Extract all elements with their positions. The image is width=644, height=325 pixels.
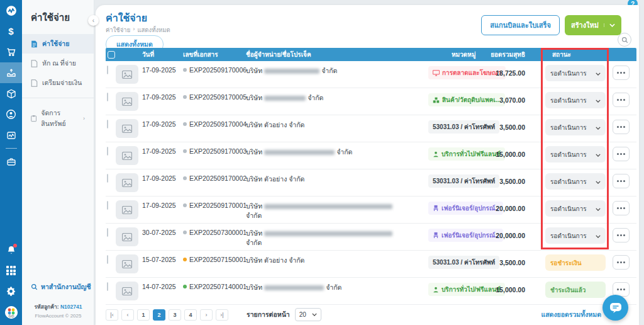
receipt-thumbnail[interactable] <box>116 146 138 165</box>
select-all-checkbox[interactable] <box>108 51 115 59</box>
more-actions-button[interactable] <box>613 228 630 242</box>
doc-number[interactable]: EXP202507300001 <box>189 229 247 236</box>
pagination-last-button[interactable]: ›| <box>216 309 228 321</box>
status-dropdown[interactable]: รอดำเนินการ <box>545 227 606 244</box>
settings-gear-icon[interactable] <box>0 281 22 302</box>
col-category: หมวดหมู่ <box>428 51 475 58</box>
row-checkbox[interactable] <box>107 255 108 264</box>
more-actions-button[interactable] <box>613 255 630 270</box>
pagination-first-button[interactable]: |‹ <box>106 309 118 321</box>
expense-table: วันที่ เลขที่เอกสาร ชื่อผู้จำหน่าย/ชื่อโ… <box>106 48 636 305</box>
pagination-page-4[interactable]: 4 <box>184 309 197 321</box>
doc-number[interactable]: EXP202509170003 <box>189 147 247 155</box>
pagination-next-button[interactable]: › <box>200 309 213 321</box>
receipt-thumbnail[interactable] <box>116 227 138 246</box>
find-accountant-link[interactable]: หาสำนักงานบัญชี <box>22 282 94 292</box>
image-icon <box>122 233 132 241</box>
per-page-select[interactable]: 20 <box>295 308 321 321</box>
sidebar-item-asset-management[interactable]: จัดการสินทรัพย์ › <box>22 103 94 134</box>
receipt-thumbnail[interactable] <box>116 200 138 219</box>
receipt-thumbnail[interactable] <box>116 282 138 300</box>
expense-date: 14-07-2025 <box>142 283 179 290</box>
create-new-button[interactable]: สร้างใหม่ <box>565 15 621 35</box>
more-actions-button[interactable] <box>613 174 630 188</box>
row-checkbox[interactable] <box>107 282 108 291</box>
status-dot <box>183 68 187 72</box>
chevron-down-icon <box>596 232 601 239</box>
amount: 20,000.00 <box>496 205 525 212</box>
row-checkbox[interactable] <box>107 66 108 74</box>
doc-number[interactable]: EXP202507140001 <box>189 283 247 290</box>
row-checkbox[interactable] <box>107 93 108 101</box>
status-dropdown[interactable]: รอดำเนินการ <box>545 200 606 217</box>
pagination-prev-button[interactable]: ‹ <box>121 309 134 321</box>
status-dot <box>183 231 187 234</box>
show-totals-link[interactable]: แสดงยอดรวมทั้งหมด <box>541 309 601 320</box>
status-dropdown[interactable]: รอดำเนินการ <box>545 173 606 190</box>
breadcrumb-root[interactable]: ค่าใช้จ่าย <box>106 25 130 35</box>
reports-icon[interactable] <box>0 125 22 145</box>
more-actions-button[interactable] <box>613 120 630 134</box>
col-vendor: ชื่อผู้จำหน่าย/ชื่อโปรเจ็ค <box>246 50 428 59</box>
sales-icon[interactable]: $ <box>0 21 22 42</box>
doc-number[interactable]: EXP202509170004 <box>189 120 247 128</box>
scan-bill-button[interactable]: สแกนบิลและใบเสร็จ <box>481 15 560 35</box>
chat-support-button[interactable] <box>602 295 628 321</box>
sidebar-item-prepare-payment[interactable]: เตรียมจ่ายเงิน <box>22 73 94 93</box>
image-icon <box>122 179 132 187</box>
redacted-text <box>264 96 306 101</box>
payroll-briefcase-icon[interactable] <box>0 151 22 172</box>
doc-number[interactable]: EXP202509170001 <box>189 202 247 209</box>
doc-number[interactable]: EXP202509170002 <box>189 174 247 182</box>
sidebar-item-withholding[interactable]: หัก ณ ที่จ่าย <box>22 54 94 73</box>
image-icon <box>122 260 132 268</box>
search-button[interactable] <box>618 33 631 47</box>
receipt-thumbnail[interactable] <box>116 173 138 192</box>
doc-number[interactable]: EXP202509170005 <box>189 93 247 101</box>
doc-number[interactable]: EXP202509170006 <box>189 66 247 74</box>
row-checkbox[interactable] <box>107 120 108 128</box>
row-checkbox[interactable] <box>107 147 108 156</box>
products-box-icon[interactable] <box>0 83 22 104</box>
vendor-name: บริษัทจำกัด <box>246 202 428 220</box>
vendor-name: บริษัทจำกัด <box>246 93 428 103</box>
sidebar-item-expenses[interactable]: ค่าใช้จ่าย <box>22 34 94 54</box>
row-checkbox[interactable] <box>107 201 108 210</box>
receipt-thumbnail[interactable] <box>116 119 138 138</box>
flowaccount-logo-icon[interactable] <box>0 0 22 21</box>
status-dropdown[interactable]: รอดำเนินการ <box>545 65 606 81</box>
document-icon <box>31 60 38 67</box>
expenses-icon[interactable] <box>0 62 22 83</box>
apps-grid-icon[interactable] <box>0 260 22 281</box>
pagination-page-3[interactable]: 3 <box>169 309 181 321</box>
more-actions-button[interactable] <box>613 66 630 80</box>
pagination-page-2-active[interactable]: 2 <box>153 309 165 321</box>
row-checkbox[interactable] <box>107 174 108 183</box>
image-icon <box>122 98 132 106</box>
svg-text:GD: GD <box>8 314 14 318</box>
more-actions-button[interactable] <box>613 147 630 161</box>
table-header: วันที่ เลขที่เอกสาร ชื่อผู้จำหน่าย/ชื่อโ… <box>106 48 636 61</box>
contacts-icon[interactable] <box>0 104 22 125</box>
row-checkbox[interactable] <box>107 228 108 237</box>
status-dropdown[interactable]: รอดำเนินการ <box>545 92 606 108</box>
table-row: 17-09-2025 EXP202509170001 บริษัทจำกัด เ… <box>106 197 636 224</box>
receipt-thumbnail[interactable] <box>116 92 138 111</box>
more-actions-button[interactable] <box>613 201 630 215</box>
status-dot <box>183 122 187 126</box>
sidebar-collapse-button[interactable]: ‹ <box>88 15 99 26</box>
purchases-cart-icon[interactable] <box>0 42 22 62</box>
pagination-page-1[interactable]: 1 <box>137 309 150 321</box>
receipt-thumbnail[interactable] <box>116 254 138 273</box>
rd-go-logo-icon[interactable]: GD <box>0 302 22 322</box>
table-row: 17-09-2025 EXP202509170002 บริษัท ตัวอย่… <box>106 169 636 197</box>
status-dropdown[interactable]: รอดำเนินการ <box>545 146 606 162</box>
image-icon <box>122 206 132 214</box>
more-actions-button[interactable] <box>613 93 630 107</box>
image-icon <box>122 125 132 133</box>
doc-number[interactable]: EXP202507150001 <box>189 256 247 263</box>
status-dropdown[interactable]: รอดำเนินการ <box>545 119 606 135</box>
notifications-bell-icon[interactable] <box>0 239 22 260</box>
receipt-thumbnail[interactable] <box>116 65 138 84</box>
redacted-text <box>264 150 335 155</box>
